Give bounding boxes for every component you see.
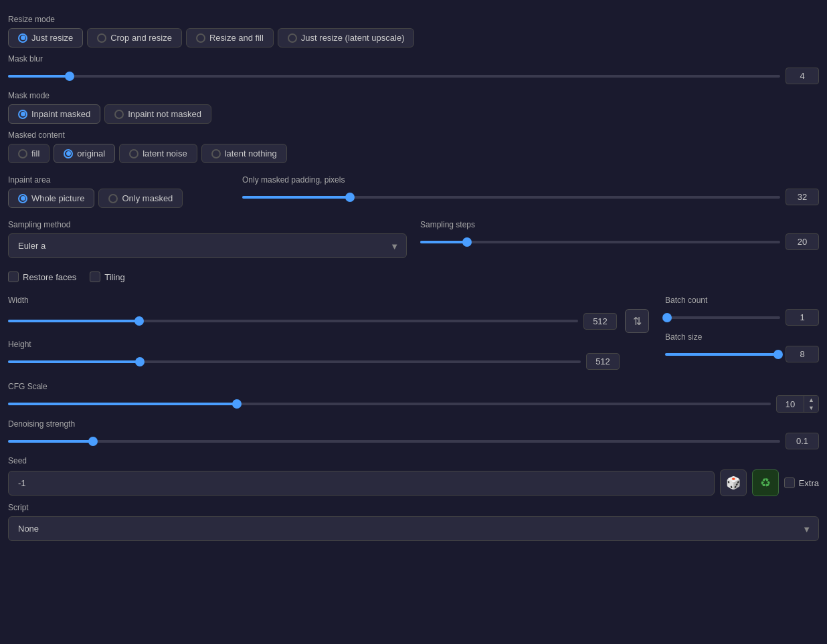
tiling-group[interactable]: Tiling	[90, 272, 125, 282]
radio-dot-just-resize	[18, 33, 27, 43]
seed-input[interactable]	[8, 471, 715, 496]
mask-mode-inpaint-not-masked[interactable]: Inpaint not masked	[104, 104, 211, 124]
sampling-row: Sampling method Euler a ▼ Sampling steps…	[8, 213, 819, 265]
reuse-seed-button[interactable]: ♻	[752, 469, 779, 496]
only-masked-padding-track	[242, 196, 780, 199]
mask-blur-slider-container[interactable]	[8, 70, 780, 83]
resize-mode-resize-and-fill-label: Resize and fill	[209, 33, 264, 43]
batch-size-row: 8	[665, 346, 819, 362]
mask-mode-inpaint-not-masked-label: Inpaint not masked	[128, 109, 201, 119]
resize-mode-just-resize[interactable]: Just resize	[8, 28, 83, 47]
extra-label: Extra	[799, 478, 819, 488]
recycle-icon: ♻	[760, 475, 771, 490]
inpaint-area-only-masked[interactable]: Only masked	[98, 189, 183, 208]
dimensions-left: Width 512 ⇅ Height 512	[8, 289, 652, 375]
cfg-scale-slider-container[interactable]	[8, 397, 771, 411]
denoising-strength-thumb[interactable]	[88, 437, 98, 446]
resize-mode-label: Resize mode	[8, 15, 819, 24]
seed-label: Seed	[8, 456, 819, 465]
sampling-method-col: Sampling method Euler a ▼	[8, 213, 407, 265]
batch-count-track	[665, 316, 780, 319]
dimensions-section: Width 512 ⇅ Height 512	[8, 289, 819, 375]
extra-checkbox[interactable]	[784, 477, 795, 488]
sampling-steps-label: Sampling steps	[420, 220, 819, 229]
width-row: 512 ⇅	[8, 309, 652, 333]
inpaint-area-left: Inpaint area Whole picture Only masked	[8, 169, 229, 213]
batch-size-value: 8	[786, 346, 819, 362]
width-label: Width	[8, 296, 652, 305]
masked-content-fill[interactable]: fill	[8, 144, 50, 163]
denoising-strength-row: 0.1	[8, 433, 819, 449]
mask-blur-row: 4	[8, 68, 819, 84]
inpaint-area-whole-picture[interactable]: Whole picture	[8, 189, 94, 208]
height-slider-container[interactable]	[8, 355, 581, 368]
cfg-scale-down[interactable]: ▼	[804, 404, 818, 412]
masked-content-label: Masked content	[8, 130, 819, 140]
height-fill	[8, 360, 140, 363]
tiling-checkbox[interactable]	[90, 272, 100, 282]
mask-mode-inpaint-masked-label: Inpaint masked	[31, 109, 90, 119]
radio-dot-latent	[288, 33, 297, 43]
radio-dot-fill	[18, 149, 27, 158]
mask-mode-label: Mask mode	[8, 91, 819, 100]
mask-blur-label: Mask blur	[8, 54, 819, 64]
resize-mode-crop-and-resize[interactable]: Crop and resize	[87, 28, 182, 47]
resize-mode-latent[interactable]: Just resize (latent upscale)	[278, 28, 415, 47]
batch-size-thumb[interactable]	[773, 350, 783, 359]
denoising-strength-value: 0.1	[786, 433, 819, 449]
only-masked-padding-slider-container[interactable]	[242, 191, 780, 204]
mask-blur-thumb[interactable]	[65, 72, 74, 81]
only-masked-padding-row: 32	[242, 189, 819, 205]
swap-dimensions-button[interactable]: ⇅	[625, 309, 649, 333]
sampling-steps-track	[420, 241, 780, 243]
sampling-method-select[interactable]: Euler a	[8, 233, 407, 258]
masked-content-latent-noise[interactable]: latent noise	[119, 144, 197, 163]
batch-count-thumb[interactable]	[662, 313, 672, 322]
cfg-scale-value: 10	[777, 397, 804, 412]
mask-mode-group: Inpaint masked Inpaint not masked	[8, 104, 819, 124]
radio-dot-whole-picture	[18, 194, 27, 203]
resize-mode-resize-and-fill[interactable]: Resize and fill	[186, 28, 274, 47]
batch-count-slider-container[interactable]	[665, 311, 780, 324]
mask-mode-inpaint-masked[interactable]: Inpaint masked	[8, 104, 100, 124]
radio-dot-crop-and-resize	[97, 33, 106, 43]
only-masked-padding-value: 32	[786, 189, 819, 205]
cfg-scale-up[interactable]: ▲	[804, 396, 818, 404]
cfg-scale-track	[8, 403, 771, 405]
only-masked-padding-thumb[interactable]	[345, 193, 355, 202]
height-thumb[interactable]	[135, 357, 145, 366]
inpaint-area-only-masked-label: Only masked	[122, 193, 173, 203]
cfg-scale-arrows: ▲ ▼	[804, 396, 818, 412]
sampling-steps-slider-container[interactable]	[420, 235, 780, 249]
cfg-scale-thumb[interactable]	[232, 399, 242, 409]
script-dropdown-container: None ▼	[8, 516, 819, 541]
restore-faces-checkbox[interactable]	[8, 272, 19, 282]
batch-size-track	[665, 353, 780, 356]
sampling-steps-row: 20	[420, 233, 819, 250]
height-label: Height	[8, 340, 652, 349]
inpaint-area-whole-picture-label: Whole picture	[31, 193, 84, 203]
mask-blur-value: 4	[786, 68, 819, 84]
radio-dot-inpaint-masked	[18, 110, 27, 119]
random-seed-button[interactable]: 🎲	[720, 469, 747, 496]
dice-icon: 🎲	[726, 475, 741, 490]
width-slider-container[interactable]	[8, 314, 578, 328]
cfg-scale-fill	[8, 403, 237, 405]
radio-dot-resize-and-fill	[196, 33, 205, 43]
batch-size-slider-container[interactable]	[665, 348, 780, 361]
sampling-method-label: Sampling method	[8, 220, 407, 229]
sampling-steps-col: Sampling steps 20	[420, 213, 819, 265]
sampling-steps-thumb[interactable]	[462, 237, 472, 247]
masked-content-original[interactable]: original	[54, 144, 115, 163]
masked-content-latent-nothing[interactable]: latent nothing	[201, 144, 287, 163]
script-select[interactable]: None	[8, 516, 819, 541]
width-value: 512	[583, 313, 617, 330]
options-row: Restore faces Tiling	[8, 272, 819, 282]
cfg-scale-row: 10 ▲ ▼	[8, 395, 819, 413]
denoising-strength-slider-container[interactable]	[8, 435, 780, 448]
masked-content-original-label: original	[77, 148, 105, 158]
script-label: Script	[8, 503, 819, 512]
extra-checkbox-group[interactable]: Extra	[784, 477, 819, 488]
restore-faces-group[interactable]: Restore faces	[8, 272, 76, 282]
width-thumb[interactable]	[134, 316, 144, 326]
